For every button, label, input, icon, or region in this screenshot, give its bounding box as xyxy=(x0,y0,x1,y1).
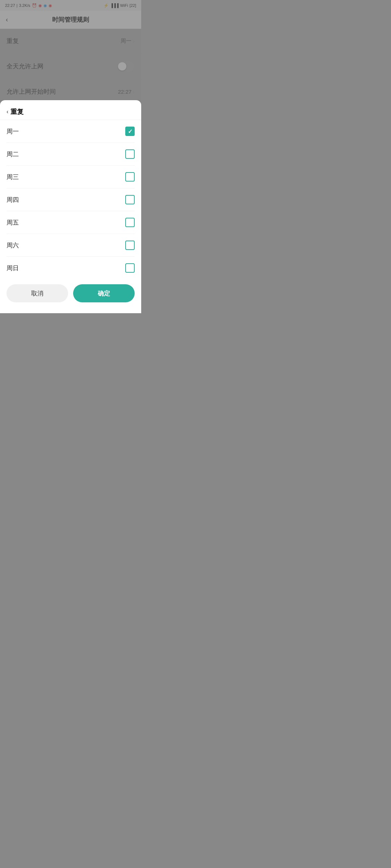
list-item-friday[interactable]: 周五 xyxy=(7,211,135,234)
sheet-header: ‹ 重复 xyxy=(0,100,141,120)
list-item-wednesday[interactable]: 周三 xyxy=(7,166,135,188)
checkbox-wednesday[interactable] xyxy=(125,172,135,182)
checkbox-tuesday[interactable] xyxy=(125,149,135,159)
confirm-button[interactable]: 确定 xyxy=(73,284,135,302)
sheet-buttons: 取消 确定 xyxy=(0,279,141,306)
day-label-friday: 周五 xyxy=(7,218,19,227)
list-item-tuesday[interactable]: 周二 xyxy=(7,143,135,166)
checkbox-friday[interactable] xyxy=(125,218,135,227)
day-label-monday: 周一 xyxy=(7,127,19,136)
sheet-title: 重复 xyxy=(10,107,24,116)
sheet-back-icon[interactable]: ‹ xyxy=(7,109,8,115)
checkbox-thursday[interactable] xyxy=(125,195,135,204)
day-label-tuesday: 周二 xyxy=(7,150,19,158)
cancel-button[interactable]: 取消 xyxy=(7,284,68,302)
checkbox-sunday[interactable] xyxy=(125,263,135,273)
day-label-wednesday: 周三 xyxy=(7,173,19,181)
day-label-thursday: 周四 xyxy=(7,196,19,204)
checkbox-saturday[interactable] xyxy=(125,241,135,250)
checkbox-monday[interactable] xyxy=(125,127,135,136)
day-label-sunday: 周日 xyxy=(7,264,19,272)
sheet-list: 周一 周二 周三 周四 周五 周六 周日 xyxy=(0,120,141,279)
list-item-thursday[interactable]: 周四 xyxy=(7,188,135,211)
day-label-saturday: 周六 xyxy=(7,241,19,250)
bottom-sheet: ‹ 重复 周一 周二 周三 周四 周五 周六 xyxy=(0,100,141,313)
list-item-saturday[interactable]: 周六 xyxy=(7,234,135,257)
list-item-sunday[interactable]: 周日 xyxy=(7,257,135,279)
list-item-monday[interactable]: 周一 xyxy=(7,120,135,143)
